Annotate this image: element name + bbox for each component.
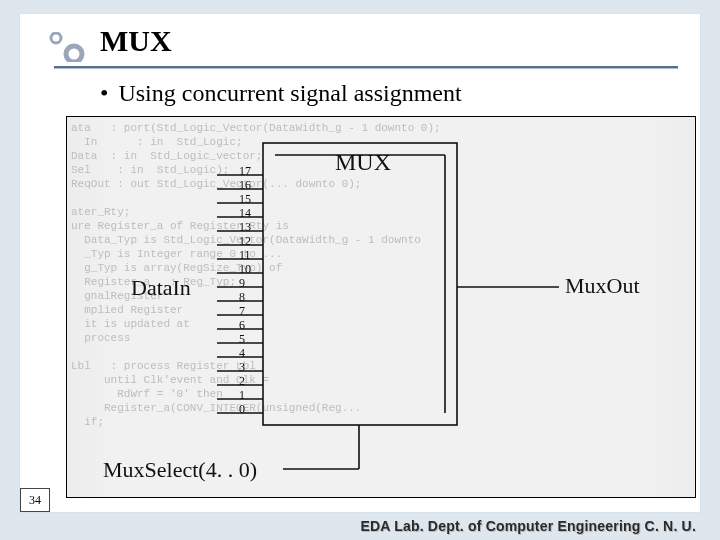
mux-figure: ata : port(Std_Logic_Vector(DataWidth_g …: [66, 116, 696, 498]
bullet-line: •Using concurrent signal assignment: [100, 80, 462, 107]
svg-point-0: [51, 33, 61, 43]
datain-line-number: 11: [239, 248, 251, 263]
datain-line-number: 4: [239, 346, 245, 361]
datain-line-number: 13: [239, 220, 251, 235]
title-underline: [54, 66, 678, 69]
datain-line-number: 8: [239, 290, 245, 305]
svg-point-1: [66, 46, 82, 62]
svg-rect-2: [263, 143, 457, 425]
datain-line-number: 2: [239, 374, 245, 389]
datain-line-number: 14: [239, 206, 251, 221]
muxout-label: MuxOut: [565, 273, 640, 299]
datain-line-number: 17: [239, 164, 251, 179]
datain-line-number: 0: [239, 402, 245, 417]
slide: MUX •Using concurrent signal assignment …: [0, 0, 720, 540]
muxselect-label: MuxSelect(4. . 0): [103, 457, 257, 483]
page-title: MUX: [100, 24, 172, 58]
datain-line-number: 7: [239, 304, 245, 319]
datain-line-number: 10: [239, 262, 251, 277]
datain-line-number: 9: [239, 276, 245, 291]
footer-text: EDA Lab. Dept. of Computer Engineering C…: [360, 518, 696, 534]
datain-line-number: 5: [239, 332, 245, 347]
bullet-dot-icon: •: [100, 80, 108, 106]
datain-line-number: 3: [239, 360, 245, 375]
datain-label: DataIn: [131, 275, 191, 301]
page-number: 34: [20, 488, 50, 512]
mux-box-label: MUX: [335, 149, 391, 176]
datain-line-number: 16: [239, 178, 251, 193]
slide-body: MUX •Using concurrent signal assignment …: [20, 14, 700, 512]
datain-line-number: 12: [239, 234, 251, 249]
corner-decor-icon: [48, 32, 92, 66]
datain-line-number: 6: [239, 318, 245, 333]
bullet-text: Using concurrent signal assignment: [118, 80, 461, 106]
datain-line-number: 1: [239, 388, 245, 403]
datain-line-number: 15: [239, 192, 251, 207]
